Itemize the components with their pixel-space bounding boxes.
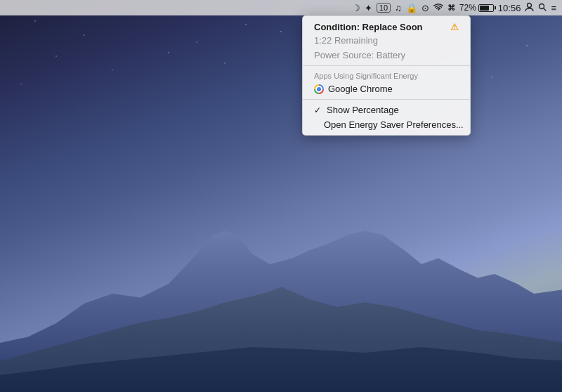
energy-apps-section: Apps Using Significant Energy Google Chr… (303, 65, 470, 99)
notification-center-icon[interactable]: ☽ (352, 3, 360, 13)
warning-icon: ⚠ (450, 22, 459, 32)
battery-info-section: Condition: Replace Soon ⚠ 1:22 Remaining… (303, 16, 470, 65)
time-remaining-row: 1:22 Remaining (303, 33, 470, 48)
app-badge-icon[interactable]: 10 (377, 3, 391, 13)
chrome-label: Google Chrome (328, 84, 393, 94)
condition-label: Condition: Replace Soon (314, 22, 423, 32)
chrome-app-row[interactable]: Google Chrome (303, 81, 470, 96)
user-icon[interactable] (525, 2, 534, 14)
spotlight-icon[interactable] (538, 3, 547, 13)
clock-time[interactable]: 10:56 (498, 3, 521, 13)
wifi-icon[interactable] (433, 3, 443, 13)
time-remaining-label: 1:22 Remaining (314, 35, 378, 46)
svg-line-2 (544, 8, 547, 11)
battery-fill (480, 6, 489, 11)
battery-percentage: 72% (459, 3, 476, 13)
bluetooth-icon[interactable]: ⌘ (447, 4, 455, 13)
chrome-icon (314, 84, 324, 94)
battery-icon (478, 4, 494, 12)
power-source-label: Power Source: Battery (314, 50, 405, 60)
open-prefs-item[interactable]: Open Energy Saver Preferences... (303, 117, 470, 132)
desktop: ☽ ✦ 10 ♫ 🔒 ⊙ ⌘ 72% 10:56 (0, 0, 562, 392)
notification-list-icon[interactable]: ≡ (551, 3, 556, 13)
power-source-row: Power Source: Battery (303, 48, 470, 63)
menubar: ☽ ✦ 10 ♫ 🔒 ⊙ ⌘ 72% 10:56 (0, 0, 562, 15)
checkmark-icon: ✓ (314, 105, 321, 115)
battery-container[interactable]: 72% (459, 3, 494, 13)
svg-point-0 (528, 3, 532, 7)
options-section: ✓ Show Percentage Open Energy Saver Pref… (303, 99, 470, 135)
show-percentage-label: Show Percentage (327, 105, 399, 115)
open-prefs-label: Open Energy Saver Preferences... (324, 119, 464, 130)
keychain-icon[interactable]: 🔒 (406, 3, 417, 13)
show-percentage-item[interactable]: ✓ Show Percentage (303, 103, 470, 117)
condition-row: Condition: Replace Soon ⚠ (303, 19, 470, 33)
time-machine-icon[interactable]: ⊙ (422, 3, 429, 13)
music-icon[interactable]: ♫ (395, 3, 402, 13)
energy-section-header: Apps Using Significant Energy (303, 69, 470, 81)
dropbox-icon[interactable]: ✦ (365, 3, 372, 13)
battery-dropdown: Condition: Replace Soon ⚠ 1:22 Remaining… (302, 15, 471, 136)
